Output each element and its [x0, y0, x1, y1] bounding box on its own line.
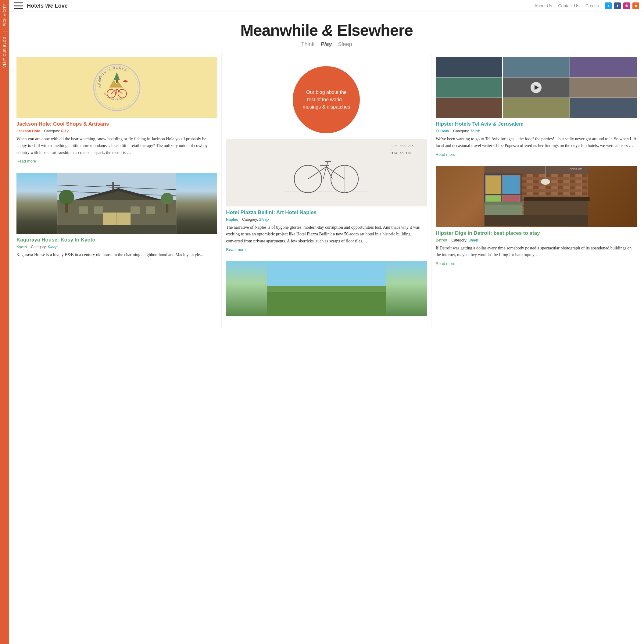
- kaguraya-category-label: Category:: [31, 245, 47, 249]
- svg-rect-59: [524, 199, 588, 215]
- tel-aviv-read-more[interactable]: Read more: [436, 152, 455, 157]
- facebook-icon[interactable]: f: [614, 2, 621, 9]
- svg-rect-32: [57, 225, 176, 234]
- svg-text:WILDERNESS: WILDERNESS: [103, 92, 124, 101]
- photo-cell-5-play[interactable]: [503, 77, 569, 97]
- content-grid: NATIONAL PARKS WILDERNESS: [9, 54, 644, 328]
- svg-line-43: [326, 162, 328, 167]
- detroit-image[interactable]: Airbnb.com: [436, 166, 637, 227]
- photo-cell-6: [570, 77, 637, 97]
- photo-cell-1: [436, 57, 502, 77]
- tel-aviv-photo-grid[interactable]: [436, 57, 637, 118]
- jackson-hole-read-more[interactable]: Read more: [16, 159, 36, 163]
- svg-rect-23: [94, 206, 103, 214]
- tel-aviv-category: Think: [470, 129, 480, 133]
- nav-credits[interactable]: Credits: [585, 3, 599, 8]
- nav-about-us[interactable]: About Us: [535, 3, 552, 8]
- nav-contact-us[interactable]: Contact Us: [558, 3, 579, 8]
- hotel-bellini-city: Naples: [226, 217, 238, 222]
- article-hotel-bellini: 204 and 205 ←←104 to 108: [226, 139, 427, 252]
- left-sidebar: Pick a city Visit our blog: [0, 0, 9, 328]
- jackson-hole-image[interactable]: NATIONAL PARKS WILDERNESS: [16, 57, 217, 118]
- hotel-bellini-meta: Naples Category: Sleep: [226, 217, 427, 222]
- photo-cell-3: [570, 57, 637, 77]
- tel-aviv-city: Tel Aviv: [436, 129, 449, 133]
- jackson-hole-title[interactable]: Jackson Hole: Cool Shops & Artisans: [16, 121, 217, 127]
- subtitle-play: Play: [320, 41, 332, 47]
- column-3: Hipster Hotels Tel Aviv & Jerusalem Tel …: [431, 54, 641, 328]
- photo-cell-8: [503, 98, 569, 118]
- detroit-title-link[interactable]: Hipster Digs in Detroit: best places to …: [436, 230, 540, 236]
- twitter-icon[interactable]: t: [605, 2, 612, 9]
- hotel-bellini-category: Sleep: [259, 217, 269, 222]
- detroit-meta: Detroit Category: Sleep: [436, 238, 637, 242]
- tel-aviv-title-link[interactable]: Hipster Hotels Tel Aviv & Jerusalem: [436, 121, 524, 127]
- hotel-bellini-category-label: Category:: [242, 217, 258, 222]
- svg-rect-5: [116, 80, 118, 83]
- hero-title-amp: &: [322, 21, 337, 39]
- svg-rect-31: [166, 204, 168, 213]
- photo-cell-9: [570, 98, 637, 118]
- photo-cell-7: [436, 98, 502, 118]
- hotel-bellini-excerpt: The narrative of Naples is of bygone glo…: [226, 224, 427, 245]
- video-play-button[interactable]: [531, 82, 542, 93]
- svg-rect-24: [131, 206, 140, 214]
- svg-marker-4: [114, 72, 120, 80]
- jackson-hole-title-link[interactable]: Jackson Hole: Cool Shops & Artisans: [16, 121, 109, 127]
- detroit-read-more[interactable]: Read more: [436, 261, 455, 266]
- column-1: NATIONAL PARKS WILDERNESS: [12, 54, 222, 328]
- photo-cell-2: [503, 57, 569, 77]
- kaguraya-title[interactable]: Kaguraya House: Kosy In Kyoto: [16, 237, 217, 243]
- svg-rect-22: [79, 206, 88, 214]
- column-2: Our blog about the rest of the world – m…: [222, 54, 431, 328]
- hero-subtitle: Think Play Sleep: [15, 41, 638, 48]
- tel-aviv-title[interactable]: Hipster Hotels Tel Aviv & Jerusalem: [436, 121, 637, 127]
- blog-circle-text: Our blog about the rest of the world – m…: [302, 89, 351, 111]
- svg-rect-18: [106, 185, 120, 186]
- jackson-hole-meta: Jackson Hole Category: Play: [16, 129, 217, 133]
- svg-text:EXPLORER: EXPLORER: [99, 76, 101, 88]
- hotel-bellini-read-more[interactable]: Read more: [226, 247, 245, 252]
- svg-rect-60: [524, 197, 589, 201]
- main-wrapper: Hotels We Love About Us Contact Us Credi…: [9, 0, 644, 328]
- kaguraya-image[interactable]: [16, 173, 217, 234]
- kaguraya-title-link[interactable]: Kaguraya House: Kosy In Kyoto: [16, 237, 95, 243]
- kaguraya-city: Kyoto: [16, 245, 27, 249]
- detroit-category-label: Category:: [452, 238, 467, 242]
- detroit-title[interactable]: Hipster Digs in Detroit: best places to …: [436, 230, 637, 236]
- svg-point-28: [59, 190, 74, 205]
- hero-title-elsewhere: Elsewhere: [337, 21, 413, 39]
- hotel-bellini-image[interactable]: 204 and 205 ←←104 to 108: [226, 139, 427, 206]
- visit-blog-label[interactable]: Visit our blog: [3, 33, 6, 71]
- tel-aviv-category-label: Category:: [453, 129, 469, 133]
- blog-circle: Our blog about the rest of the world – m…: [293, 66, 360, 133]
- kyoto-illustration: [16, 173, 217, 234]
- menu-line-2: [14, 5, 23, 6]
- svg-rect-66: [486, 176, 501, 194]
- instagram-icon[interactable]: ☀: [623, 2, 630, 9]
- svg-rect-73: [484, 203, 522, 215]
- detroit-excerpt: If Detroit was getting a dollar every ti…: [436, 245, 637, 259]
- article-detroit: Airbnb.com Hipster Digs in Detroit: best…: [436, 166, 637, 266]
- sidebar-divider: [2, 31, 8, 31]
- lawn-image[interactable]: [226, 261, 427, 316]
- hotel-bellini-title[interactable]: Hotel Piazza Bellini: Art Hotel Naples: [226, 209, 427, 216]
- national-parks-badge-svg: NATIONAL PARKS WILDERNESS: [92, 63, 141, 112]
- hamburger-menu-icon[interactable]: [14, 2, 23, 9]
- menu-line-3: [14, 8, 23, 9]
- svg-rect-74: [484, 202, 522, 205]
- tel-aviv-meta: Tel Aviv Category: Think: [436, 129, 637, 133]
- detroit-room-svg: Airbnb.com: [438, 166, 635, 226]
- svg-rect-49: [267, 261, 386, 286]
- subtitle-think: Think: [301, 41, 314, 47]
- site-logo[interactable]: Hotels We Love: [27, 3, 535, 9]
- hotel-bellini-title-link[interactable]: Hotel Piazza Bellini: Art Hotel Naples: [226, 209, 317, 215]
- menu-line-1: [14, 2, 23, 3]
- rss-icon[interactable]: ■: [632, 2, 639, 9]
- tel-aviv-excerpt: We've been wanting to go to Tel Aviv for…: [436, 136, 637, 149]
- photo-cell-4: [436, 77, 502, 97]
- pick-city-label[interactable]: Pick a city: [3, 0, 6, 30]
- svg-rect-25: [146, 206, 155, 214]
- jackson-hole-city: Jackson Hole: [16, 129, 40, 133]
- hero-title-meanwhile: Meanwhile: [240, 21, 318, 39]
